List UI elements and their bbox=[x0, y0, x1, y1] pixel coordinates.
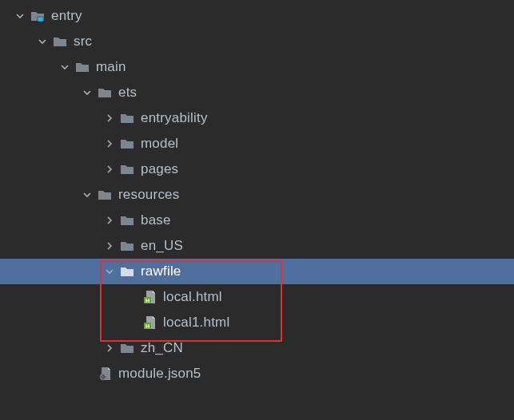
tree-row-main[interactable]: main bbox=[0, 54, 514, 80]
tree-row-ets[interactable]: ets bbox=[0, 80, 514, 105]
tree-row-local1_html[interactable]: H local1.html bbox=[0, 310, 514, 335]
tree-label: local1.html bbox=[163, 315, 229, 331]
chevron-down-icon[interactable] bbox=[82, 189, 93, 200]
folder-icon bbox=[98, 188, 112, 201]
chevron-down-icon[interactable] bbox=[14, 10, 26, 22]
folder-icon bbox=[75, 61, 90, 73]
svg-rect-0 bbox=[38, 17, 43, 22]
folder-icon bbox=[120, 112, 134, 125]
folder-icon bbox=[98, 86, 112, 99]
folder-icon bbox=[120, 342, 134, 355]
chevron-right-icon[interactable] bbox=[104, 343, 115, 354]
chevron-right-icon[interactable] bbox=[104, 113, 115, 124]
tree-label: entryability bbox=[141, 110, 208, 126]
folder-icon bbox=[53, 35, 67, 48]
html-file-icon: H bbox=[142, 291, 157, 303]
tree-label: zh_CN bbox=[141, 340, 183, 356]
svg-point-7 bbox=[102, 376, 104, 378]
tree-label: en_US bbox=[141, 238, 183, 254]
tree-row-entry[interactable]: entry bbox=[0, 3, 514, 29]
chevron-down-icon[interactable] bbox=[82, 87, 93, 98]
svg-text:H: H bbox=[145, 323, 149, 329]
tree-row-local_html[interactable]: H local.html bbox=[0, 284, 514, 310]
tree-row-rawfile[interactable]: rawfile bbox=[0, 259, 514, 284]
tree-label: pages bbox=[141, 161, 178, 177]
folder-icon bbox=[120, 214, 134, 227]
tree-label: base bbox=[141, 212, 171, 228]
folder-icon bbox=[120, 240, 134, 252]
project-tree[interactable]: entry src main ets entryability model pa… bbox=[0, 0, 514, 386]
chevron-down-icon[interactable] bbox=[37, 36, 48, 47]
chevron-down-icon[interactable] bbox=[104, 266, 115, 277]
svg-rect-9 bbox=[102, 378, 103, 379]
tree-row-base[interactable]: base bbox=[0, 208, 514, 233]
svg-rect-8 bbox=[102, 374, 103, 374]
tree-row-pages[interactable]: pages bbox=[0, 157, 514, 182]
tree-label: entry bbox=[51, 8, 82, 24]
tree-row-en_US[interactable]: en_US bbox=[0, 233, 514, 259]
folder-icon bbox=[120, 137, 134, 150]
folder-icon bbox=[120, 265, 134, 278]
chevron-down-icon[interactable] bbox=[59, 61, 70, 73]
tree-row-model[interactable]: model bbox=[0, 131, 514, 157]
module-folder-icon bbox=[30, 10, 45, 22]
tree-label: main bbox=[96, 59, 126, 75]
chevron-right-icon[interactable] bbox=[104, 164, 115, 175]
tree-label: resources bbox=[118, 187, 179, 203]
tree-row-zh_CN[interactable]: zh_CN bbox=[0, 335, 514, 361]
tree-row-entryability[interactable]: entryability bbox=[0, 105, 514, 131]
tree-label: model bbox=[141, 136, 178, 152]
tree-label: rawfile bbox=[141, 263, 181, 279]
tree-label: local.html bbox=[163, 289, 222, 305]
json5-file-icon bbox=[98, 367, 112, 380]
tree-label: src bbox=[74, 34, 92, 50]
chevron-right-icon[interactable] bbox=[104, 138, 115, 149]
svg-rect-10 bbox=[100, 376, 101, 377]
tree-label: ets bbox=[118, 85, 137, 101]
tree-row-module_json5[interactable]: module.json5 bbox=[0, 361, 514, 386]
svg-rect-11 bbox=[105, 376, 106, 377]
tree-row-src[interactable]: src bbox=[0, 29, 514, 54]
svg-text:H: H bbox=[145, 298, 149, 303]
tree-label: module.json5 bbox=[118, 366, 201, 382]
html-file-icon: H bbox=[142, 316, 157, 329]
chevron-right-icon[interactable] bbox=[104, 215, 115, 226]
tree-row-resources[interactable]: resources bbox=[0, 182, 514, 208]
chevron-right-icon[interactable] bbox=[104, 240, 115, 252]
folder-icon bbox=[120, 163, 134, 176]
